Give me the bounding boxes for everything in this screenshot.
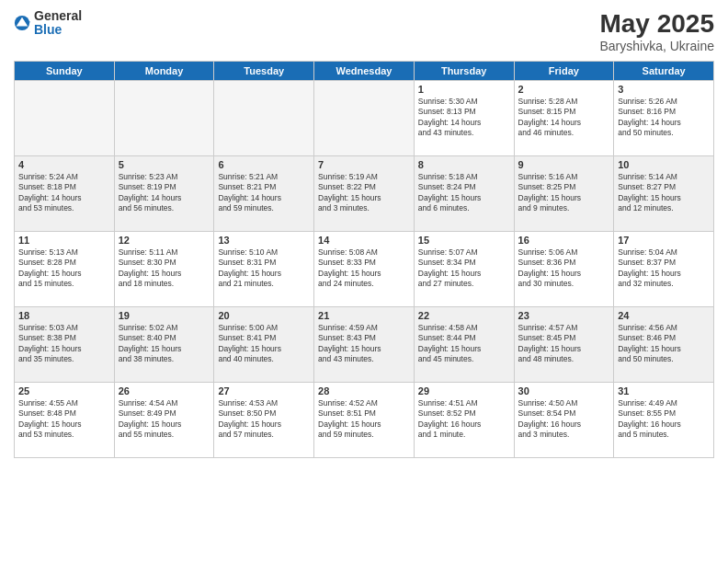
calendar-week-1: 1Sunrise: 5:30 AMSunset: 8:13 PMDaylight… bbox=[15, 81, 714, 156]
calendar-cell: 26Sunrise: 4:54 AMSunset: 8:49 PMDayligh… bbox=[114, 383, 214, 458]
month-title: May 2025 bbox=[599, 9, 714, 39]
calendar-cell: 13Sunrise: 5:10 AMSunset: 8:31 PMDayligh… bbox=[214, 232, 314, 307]
calendar-cell: 5Sunrise: 5:23 AMSunset: 8:19 PMDaylight… bbox=[114, 156, 214, 232]
day-number: 5 bbox=[119, 159, 210, 170]
calendar-cell: 17Sunrise: 5:04 AMSunset: 8:37 PMDayligh… bbox=[614, 232, 714, 307]
day-number: 21 bbox=[318, 310, 410, 321]
calendar-cell: 27Sunrise: 4:53 AMSunset: 8:50 PMDayligh… bbox=[214, 383, 314, 458]
cell-info: Sunrise: 5:08 AMSunset: 8:33 PMDaylight:… bbox=[318, 247, 410, 290]
cell-info: Sunrise: 5:07 AMSunset: 8:34 PMDaylight:… bbox=[418, 247, 510, 290]
day-number: 16 bbox=[518, 235, 610, 246]
calendar-cell: 2Sunrise: 5:28 AMSunset: 8:15 PMDaylight… bbox=[514, 81, 614, 156]
day-header-sunday: Sunday bbox=[15, 62, 115, 81]
day-number: 30 bbox=[518, 385, 610, 396]
cell-info: Sunrise: 4:59 AMSunset: 8:43 PMDaylight:… bbox=[318, 323, 410, 365]
cell-info: Sunrise: 5:14 AMSunset: 8:27 PMDaylight:… bbox=[618, 172, 710, 214]
logo-blue: Blue bbox=[34, 23, 82, 37]
calendar-cell: 24Sunrise: 4:56 AMSunset: 8:46 PMDayligh… bbox=[614, 307, 714, 383]
cell-info: Sunrise: 5:23 AMSunset: 8:19 PMDaylight:… bbox=[119, 172, 210, 214]
day-number: 23 bbox=[518, 310, 610, 321]
calendar-cell: 3Sunrise: 5:26 AMSunset: 8:16 PMDaylight… bbox=[614, 81, 714, 156]
calendar-cell bbox=[314, 81, 415, 156]
day-number: 10 bbox=[618, 159, 710, 170]
day-number: 11 bbox=[18, 235, 110, 246]
days-header-row: SundayMondayTuesdayWednesdayThursdayFrid… bbox=[15, 62, 714, 81]
day-header-friday: Friday bbox=[514, 62, 614, 81]
day-number: 25 bbox=[18, 385, 110, 396]
page-header: General Blue May 2025 Baryshivka, Ukrain… bbox=[14, 9, 714, 53]
calendar-cell: 18Sunrise: 5:03 AMSunset: 8:38 PMDayligh… bbox=[15, 307, 115, 383]
cell-info: Sunrise: 5:11 AMSunset: 8:30 PMDaylight:… bbox=[119, 247, 210, 290]
calendar-cell: 4Sunrise: 5:24 AMSunset: 8:18 PMDaylight… bbox=[15, 156, 115, 232]
calendar-table: SundayMondayTuesdayWednesdayThursdayFrid… bbox=[14, 61, 714, 458]
cell-info: Sunrise: 5:13 AMSunset: 8:28 PMDaylight:… bbox=[18, 247, 110, 290]
calendar-cell: 21Sunrise: 4:59 AMSunset: 8:43 PMDayligh… bbox=[314, 307, 415, 383]
cell-info: Sunrise: 5:06 AMSunset: 8:36 PMDaylight:… bbox=[518, 247, 610, 290]
cell-info: Sunrise: 4:49 AMSunset: 8:55 PMDaylight:… bbox=[618, 398, 710, 441]
logo-general: General bbox=[34, 9, 82, 23]
cell-info: Sunrise: 4:52 AMSunset: 8:51 PMDaylight:… bbox=[318, 398, 410, 441]
day-number: 3 bbox=[618, 84, 710, 95]
day-number: 8 bbox=[418, 159, 510, 170]
day-number: 29 bbox=[418, 385, 510, 396]
day-number: 27 bbox=[218, 385, 310, 396]
cell-info: Sunrise: 5:19 AMSunset: 8:22 PMDaylight:… bbox=[318, 172, 410, 214]
day-number: 13 bbox=[218, 235, 310, 246]
title-block: May 2025 Baryshivka, Ukraine bbox=[599, 9, 714, 53]
calendar-cell: 6Sunrise: 5:21 AMSunset: 8:21 PMDaylight… bbox=[214, 156, 314, 232]
cell-info: Sunrise: 4:54 AMSunset: 8:49 PMDaylight:… bbox=[119, 398, 210, 441]
cell-info: Sunrise: 4:53 AMSunset: 8:50 PMDaylight:… bbox=[218, 398, 310, 441]
calendar-cell: 23Sunrise: 4:57 AMSunset: 8:45 PMDayligh… bbox=[514, 307, 614, 383]
calendar-week-2: 4Sunrise: 5:24 AMSunset: 8:18 PMDaylight… bbox=[15, 156, 714, 232]
day-number: 14 bbox=[318, 235, 410, 246]
day-number: 22 bbox=[418, 310, 510, 321]
calendar-cell: 16Sunrise: 5:06 AMSunset: 8:36 PMDayligh… bbox=[514, 232, 614, 307]
cell-info: Sunrise: 5:18 AMSunset: 8:24 PMDaylight:… bbox=[418, 172, 510, 214]
cell-info: Sunrise: 5:04 AMSunset: 8:37 PMDaylight:… bbox=[618, 247, 710, 290]
day-number: 12 bbox=[119, 235, 210, 246]
cell-info: Sunrise: 4:56 AMSunset: 8:46 PMDaylight:… bbox=[618, 323, 710, 365]
day-number: 24 bbox=[618, 310, 710, 321]
day-number: 28 bbox=[318, 385, 410, 396]
calendar-cell: 14Sunrise: 5:08 AMSunset: 8:33 PMDayligh… bbox=[314, 232, 415, 307]
cell-info: Sunrise: 5:02 AMSunset: 8:40 PMDaylight:… bbox=[119, 323, 210, 365]
calendar-cell: 20Sunrise: 5:00 AMSunset: 8:41 PMDayligh… bbox=[214, 307, 314, 383]
day-number: 19 bbox=[119, 310, 210, 321]
cell-info: Sunrise: 5:16 AMSunset: 8:25 PMDaylight:… bbox=[518, 172, 610, 214]
cell-info: Sunrise: 5:03 AMSunset: 8:38 PMDaylight:… bbox=[18, 323, 110, 365]
calendar-cell: 1Sunrise: 5:30 AMSunset: 8:13 PMDaylight… bbox=[414, 81, 514, 156]
day-number: 26 bbox=[119, 385, 210, 396]
cell-info: Sunrise: 5:26 AMSunset: 8:16 PMDaylight:… bbox=[618, 97, 710, 139]
calendar-cell: 12Sunrise: 5:11 AMSunset: 8:30 PMDayligh… bbox=[114, 232, 214, 307]
calendar-cell bbox=[114, 81, 214, 156]
day-number: 7 bbox=[318, 159, 410, 170]
day-number: 20 bbox=[218, 310, 310, 321]
calendar-week-4: 18Sunrise: 5:03 AMSunset: 8:38 PMDayligh… bbox=[15, 307, 714, 383]
calendar-cell: 9Sunrise: 5:16 AMSunset: 8:25 PMDaylight… bbox=[514, 156, 614, 232]
cell-info: Sunrise: 5:10 AMSunset: 8:31 PMDaylight:… bbox=[218, 247, 310, 290]
calendar-cell: 15Sunrise: 5:07 AMSunset: 8:34 PMDayligh… bbox=[414, 232, 514, 307]
calendar-cell: 19Sunrise: 5:02 AMSunset: 8:40 PMDayligh… bbox=[114, 307, 214, 383]
day-number: 6 bbox=[218, 159, 310, 170]
calendar-cell: 11Sunrise: 5:13 AMSunset: 8:28 PMDayligh… bbox=[15, 232, 115, 307]
calendar-cell: 31Sunrise: 4:49 AMSunset: 8:55 PMDayligh… bbox=[614, 383, 714, 458]
cell-info: Sunrise: 5:00 AMSunset: 8:41 PMDaylight:… bbox=[218, 323, 310, 365]
day-number: 31 bbox=[618, 385, 710, 396]
day-number: 15 bbox=[418, 235, 510, 246]
day-header-tuesday: Tuesday bbox=[214, 62, 314, 81]
day-number: 9 bbox=[518, 159, 610, 170]
calendar-cell: 10Sunrise: 5:14 AMSunset: 8:27 PMDayligh… bbox=[614, 156, 714, 232]
calendar-week-5: 25Sunrise: 4:55 AMSunset: 8:48 PMDayligh… bbox=[15, 383, 714, 458]
calendar-cell bbox=[214, 81, 314, 156]
calendar-cell: 7Sunrise: 5:19 AMSunset: 8:22 PMDaylight… bbox=[314, 156, 415, 232]
day-header-wednesday: Wednesday bbox=[314, 62, 415, 81]
cell-info: Sunrise: 4:51 AMSunset: 8:52 PMDaylight:… bbox=[418, 398, 510, 441]
calendar-cell: 25Sunrise: 4:55 AMSunset: 8:48 PMDayligh… bbox=[15, 383, 115, 458]
calendar-cell: 28Sunrise: 4:52 AMSunset: 8:51 PMDayligh… bbox=[314, 383, 415, 458]
calendar-cell: 22Sunrise: 4:58 AMSunset: 8:44 PMDayligh… bbox=[414, 307, 514, 383]
day-number: 18 bbox=[18, 310, 110, 321]
calendar-week-3: 11Sunrise: 5:13 AMSunset: 8:28 PMDayligh… bbox=[15, 232, 714, 307]
cell-info: Sunrise: 4:55 AMSunset: 8:48 PMDaylight:… bbox=[18, 398, 110, 441]
day-number: 1 bbox=[418, 84, 510, 95]
cell-info: Sunrise: 4:50 AMSunset: 8:54 PMDaylight:… bbox=[518, 398, 610, 441]
